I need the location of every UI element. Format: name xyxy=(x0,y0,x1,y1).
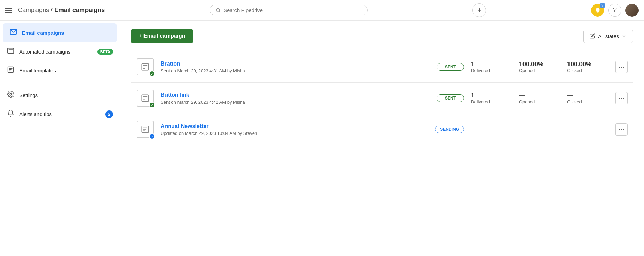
status-dot-button-link: ✓ xyxy=(149,102,155,108)
stat1-label-bratton: Delivered xyxy=(471,68,512,73)
search-input[interactable] xyxy=(223,7,362,13)
add-campaign-button[interactable]: + Email campaign xyxy=(131,29,193,43)
campaign-sub-annual-newsletter: Updated on March 29, 2023 10:04 AM by St… xyxy=(161,131,428,136)
table-row: → Annual Newsletter Updated on March 29,… xyxy=(131,114,633,145)
campaign-list: ✓ Bratton Sent on March 29, 2023 4:31 AM… xyxy=(131,51,633,145)
campaign-stat1-button-link: 1 Delivered xyxy=(471,92,512,104)
svg-point-10 xyxy=(10,93,12,95)
breadcrumb-separator: / xyxy=(51,7,54,13)
main-header: + Email campaign All states xyxy=(131,29,633,43)
breadcrumb-current: Email campaigns xyxy=(54,7,105,13)
sidebar-label-automated-campaigns: Automated campaigns xyxy=(19,49,70,55)
sidebar-divider xyxy=(5,83,114,83)
stat2-label-button-link: Opened xyxy=(519,99,560,104)
topnav-right: ? ? xyxy=(591,4,639,17)
app-layout: Email campaigns Automated campaigns BETA xyxy=(0,21,644,256)
campaign-stat2-bratton: 100.00% Opened xyxy=(519,61,560,73)
more-button-annual-newsletter[interactable]: ⋯ xyxy=(615,123,628,136)
campaign-tag-button-link: SENT xyxy=(437,94,464,102)
stat3-label-bratton: Clicked xyxy=(567,68,608,73)
add-button[interactable]: + xyxy=(472,3,486,17)
automated-campaigns-icon xyxy=(7,47,14,56)
campaign-tag-annual-newsletter: SENDING xyxy=(435,126,464,133)
sidebar-item-alerts-and-tips[interactable]: Alerts and tips 2 xyxy=(0,105,120,124)
breadcrumb-parent[interactable]: Campaigns xyxy=(18,7,49,13)
alerts-and-tips-badge: 2 xyxy=(105,110,113,118)
sidebar-item-automated-campaigns[interactable]: Automated campaigns BETA xyxy=(0,42,120,61)
lightbulb-icon xyxy=(595,7,601,13)
campaign-info-annual-newsletter: Annual Newsletter Updated on March 29, 2… xyxy=(161,123,428,136)
campaign-name-bratton[interactable]: Bratton xyxy=(161,61,430,67)
stat1-value-bratton: 1 xyxy=(471,61,512,68)
email-templates-icon xyxy=(7,66,14,75)
stat2-label-bratton: Opened xyxy=(519,68,560,73)
stat2-value-bratton: 100.00% xyxy=(519,61,560,68)
avatar-image xyxy=(625,4,639,17)
campaign-stat3-button-link: — Clicked xyxy=(567,92,608,104)
automated-campaigns-badge: BETA xyxy=(97,49,113,55)
email-campaigns-icon xyxy=(10,28,17,37)
campaign-icon-annual-newsletter: → xyxy=(137,121,154,138)
status-dot-annual-newsletter: → xyxy=(149,133,155,139)
campaign-stat3-bratton: 100.00% Clicked xyxy=(567,61,608,73)
sidebar-label-email-campaigns: Email campaigns xyxy=(22,30,64,36)
sidebar-item-email-templates[interactable]: Email templates xyxy=(0,61,120,80)
alerts-icon xyxy=(7,109,14,119)
campaign-stat1-bratton: 1 Delivered xyxy=(471,61,512,73)
hamburger-menu[interactable] xyxy=(5,8,12,13)
stat3-value-bratton: 100.00% xyxy=(567,61,608,68)
sidebar-item-email-campaigns[interactable]: Email campaigns xyxy=(3,23,117,42)
sidebar-label-settings: Settings xyxy=(19,92,38,98)
stat1-label-button-link: Delivered xyxy=(471,99,512,104)
stat1-value-button-link: 1 xyxy=(471,92,512,99)
main-content: + Email campaign All states xyxy=(120,21,644,256)
help-button[interactable]: ? xyxy=(608,4,621,17)
sidebar-item-settings[interactable]: Settings xyxy=(0,86,120,105)
search-bar[interactable] xyxy=(210,5,368,15)
tips-badge: ? xyxy=(600,3,605,8)
status-dot-bratton: ✓ xyxy=(149,71,155,77)
more-button-button-link[interactable]: ⋯ xyxy=(615,92,628,104)
campaign-icon-button-link: ✓ xyxy=(137,90,154,107)
topnav: Campaigns / Email campaigns + ? ? xyxy=(0,0,644,21)
all-states-button[interactable]: All states xyxy=(583,30,633,43)
table-row: ✓ Bratton Sent on March 29, 2023 4:31 AM… xyxy=(131,51,633,83)
sidebar-label-email-templates: Email templates xyxy=(19,68,56,73)
campaign-stat2-button-link: — Opened xyxy=(519,92,560,104)
search-icon xyxy=(216,8,221,13)
campaign-icon-bratton: ✓ xyxy=(137,58,154,75)
breadcrumb: Campaigns / Email campaigns xyxy=(18,7,105,14)
sidebar-label-alerts-and-tips: Alerts and tips xyxy=(19,111,52,117)
avatar[interactable] xyxy=(625,4,639,17)
campaign-tag-bratton: SENT xyxy=(437,63,464,71)
campaign-sub-button-link: Sent on March 29, 2023 4:42 AM by Misha xyxy=(161,100,430,105)
campaign-name-annual-newsletter[interactable]: Annual Newsletter xyxy=(161,123,428,129)
table-row: ✓ Button link Sent on March 29, 2023 4:4… xyxy=(131,83,633,114)
campaign-info-bratton: Bratton Sent on March 29, 2023 4:31 AM b… xyxy=(161,61,430,73)
sidebar: Email campaigns Automated campaigns BETA xyxy=(0,21,120,256)
stat3-value-button-link: — xyxy=(567,92,608,99)
chevron-down-icon xyxy=(622,34,626,38)
svg-line-1 xyxy=(219,11,220,12)
campaign-info-button-link: Button link Sent on March 29, 2023 4:42 … xyxy=(161,92,430,105)
campaign-sub-bratton: Sent on March 29, 2023 4:31 AM by Misha xyxy=(161,68,430,73)
stat3-label-button-link: Clicked xyxy=(567,99,608,104)
tips-button[interactable]: ? xyxy=(591,4,604,17)
more-button-bratton[interactable]: ⋯ xyxy=(615,61,628,73)
settings-icon xyxy=(7,91,14,100)
all-states-label: All states xyxy=(598,33,619,39)
stat2-value-button-link: — xyxy=(519,92,560,99)
edit-icon xyxy=(590,33,595,39)
campaign-name-button-link[interactable]: Button link xyxy=(161,92,430,98)
